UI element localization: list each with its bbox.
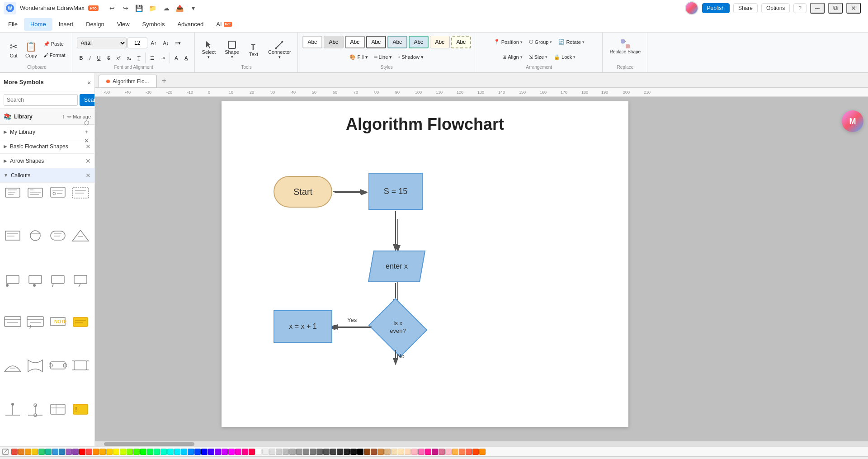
color-swatch[interactable] xyxy=(371,449,377,455)
publish-button[interactable]: Publish xyxy=(702,3,730,13)
color-swatch[interactable] xyxy=(18,449,24,455)
font-family-select[interactable]: Arial xyxy=(77,38,127,48)
color-swatch[interactable] xyxy=(45,449,52,455)
group-button[interactable]: ⬡ Group ▾ xyxy=(526,38,555,47)
cloud-button[interactable]: ☁ xyxy=(160,2,173,14)
color-swatch[interactable] xyxy=(188,449,194,455)
color-swatch[interactable] xyxy=(32,449,38,455)
my-library-add-btn[interactable]: + xyxy=(82,128,91,137)
color-swatch[interactable] xyxy=(222,449,228,455)
color-swatch[interactable] xyxy=(283,449,289,455)
x-plus-shape[interactable]: x = x + 1 xyxy=(274,310,332,343)
undo-button[interactable]: ↩ xyxy=(106,2,118,14)
style-swatch-2[interactable]: Abc xyxy=(324,36,344,48)
shape-button[interactable]: Shape ▾ xyxy=(222,38,242,62)
color-swatch[interactable] xyxy=(72,449,79,455)
color-swatch[interactable] xyxy=(432,449,438,455)
color-swatch[interactable] xyxy=(459,449,465,455)
user-avatar[interactable] xyxy=(685,1,698,15)
copy-button[interactable]: 📋Copy xyxy=(23,38,40,62)
color-swatch[interactable] xyxy=(323,449,330,455)
color-swatch[interactable] xyxy=(11,449,18,455)
color-swatch[interactable] xyxy=(276,449,282,455)
color-swatch[interactable] xyxy=(289,449,296,455)
color-swatch[interactable] xyxy=(242,449,248,455)
color-swatch[interactable] xyxy=(52,449,58,455)
color-swatch[interactable] xyxy=(228,449,235,455)
callout-shape-24[interactable]: ! xyxy=(71,402,90,419)
export-button[interactable]: 📤 xyxy=(174,2,186,14)
search-input[interactable] xyxy=(4,94,78,106)
style-swatch-7[interactable]: Abc xyxy=(430,36,450,48)
highlight-button[interactable]: A̲ xyxy=(182,53,191,63)
basic-flowchart-header[interactable]: ▶ Basic Flowchart Shapes ✕ xyxy=(0,139,94,154)
restore-button[interactable]: ⧉ xyxy=(828,3,843,14)
decision-shape[interactable]: Is xeven? xyxy=(371,305,425,350)
list-button[interactable]: ☰ xyxy=(147,53,157,63)
color-swatch[interactable] xyxy=(147,449,153,455)
callout-shape-5[interactable] xyxy=(3,229,23,246)
color-swatch[interactable] xyxy=(201,449,208,455)
callout-shape-7[interactable] xyxy=(48,229,68,246)
subscript-button[interactable]: x₂ xyxy=(124,53,134,63)
menu-insert[interactable]: Insert xyxy=(52,18,80,31)
color-swatch[interactable] xyxy=(445,449,452,455)
color-swatch[interactable] xyxy=(391,449,397,455)
rotate-button[interactable]: 🔄 Rotate ▾ xyxy=(556,38,587,47)
font-color-button[interactable]: A xyxy=(172,53,180,63)
color-swatch[interactable] xyxy=(167,449,174,455)
paste-button[interactable]: 📌 Paste xyxy=(41,39,68,49)
callout-shape-8[interactable] xyxy=(71,229,90,246)
callout-shape-16[interactable] xyxy=(71,315,90,332)
panel-collapse-btn[interactable]: « xyxy=(87,79,91,86)
callout-shape-14[interactable] xyxy=(25,315,45,332)
color-swatch[interactable] xyxy=(303,449,309,455)
help-button[interactable]: ? xyxy=(793,3,807,13)
horizontal-scrollbar[interactable] xyxy=(95,441,868,446)
menu-symbols[interactable]: Symbols xyxy=(136,18,171,31)
menu-ai[interactable]: AI hot xyxy=(210,18,238,31)
color-swatch[interactable] xyxy=(140,449,146,455)
format-painter-button[interactable]: 🖌 Format xyxy=(41,50,68,60)
bold-button[interactable]: B xyxy=(77,53,86,63)
callout-shape-22[interactable] xyxy=(25,402,45,419)
ai-assistant-button[interactable]: M xyxy=(842,110,863,132)
callout-shape-6[interactable] xyxy=(25,229,45,246)
color-swatch[interactable] xyxy=(439,449,445,455)
menu-view[interactable]: View xyxy=(111,18,136,31)
strikethrough-button[interactable]: S̶ xyxy=(104,53,113,63)
callout-shape-17[interactable] xyxy=(3,359,23,376)
callout-shape-3[interactable] xyxy=(48,185,68,203)
color-swatch[interactable] xyxy=(310,449,316,455)
color-swatch[interactable] xyxy=(384,449,391,455)
arrow-shapes-close[interactable]: ✕ xyxy=(85,157,91,165)
font-size-down[interactable]: A↓ xyxy=(160,38,171,48)
position-button[interactable]: 📍 Position ▾ xyxy=(491,38,525,47)
color-swatch[interactable] xyxy=(316,449,323,455)
callout-shape-1[interactable] xyxy=(3,185,23,203)
italic-button[interactable]: I xyxy=(87,53,94,63)
style-swatch-5[interactable]: Abc xyxy=(387,36,407,48)
close-button[interactable]: ✕ xyxy=(846,3,861,14)
drawing-area[interactable]: Algorithm Flowchart xyxy=(95,97,868,441)
color-swatch[interactable] xyxy=(160,449,167,455)
color-swatch[interactable] xyxy=(262,449,269,455)
save-button[interactable]: 💾 xyxy=(133,2,146,14)
minimize-button[interactable]: ─ xyxy=(810,3,825,14)
align-btn[interactable]: ≡▾ xyxy=(172,38,183,48)
clear-format-button[interactable]: T̲ xyxy=(135,53,143,63)
options-button[interactable]: Options xyxy=(761,3,790,13)
callout-shape-19[interactable] xyxy=(48,359,68,376)
share-button[interactable]: Share xyxy=(733,3,758,13)
color-swatch[interactable] xyxy=(93,449,99,455)
library-header[interactable]: 📚 Library ↑ ✏ Manage xyxy=(0,109,94,124)
replace-shape-button[interactable]: Replace Shape xyxy=(607,34,643,58)
color-dropper-icon[interactable] xyxy=(2,448,9,455)
style-swatch-6[interactable]: Abc xyxy=(409,36,429,48)
color-swatch[interactable] xyxy=(194,449,201,455)
color-swatch[interactable] xyxy=(113,449,119,455)
menu-file[interactable]: File xyxy=(2,18,24,31)
color-swatch[interactable] xyxy=(79,449,85,455)
callout-shape-15[interactable]: NOTE xyxy=(48,315,68,332)
s15-shape[interactable]: S = 15 xyxy=(368,173,423,210)
